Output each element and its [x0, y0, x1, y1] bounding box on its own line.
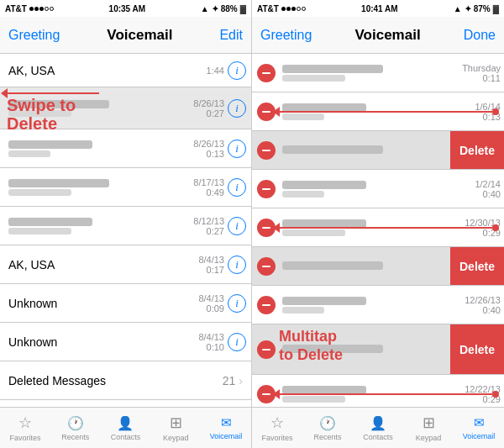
left-vm-list: AK, USA 1:44 i 8/26/13 0:27 i [0, 54, 251, 407]
r-voicemail-label: Voicemail [463, 432, 496, 440]
row-content: AK, USA 8/4/13 0:17 i [8, 255, 251, 275]
table-row[interactable]: Delete [252, 131, 504, 170]
sub-bar [8, 110, 71, 117]
caller-bar [282, 297, 366, 305]
table-row[interactable]: 1/6/14 0:13 [252, 92, 504, 131]
tab-favorites[interactable]: ☆ Favorites [0, 414, 50, 442]
table-row[interactable]: Thursday 0:11 [252, 54, 504, 92]
table-row[interactable]: Unknown 8/4/13 0:10 i [0, 323, 251, 361]
row-duration: 0:09 [207, 303, 224, 314]
table-row[interactable]: 1/2/14 0:40 [252, 170, 504, 208]
info-button[interactable]: i [228, 294, 246, 313]
caller-info [8, 218, 182, 235]
r-tab-recents[interactable]: 🕐 Recents [302, 415, 353, 441]
table-row[interactable]: 12/26/13 0:40 [252, 286, 504, 324]
table-row[interactable]: 8/12/13 0:27 i [0, 207, 251, 245]
info-button[interactable]: i [228, 61, 246, 80]
contacts-icon: 👤 [117, 415, 134, 431]
minus-button[interactable] [257, 340, 276, 359]
row-content: 8/26/13 0:13 i [8, 139, 251, 159]
minus-button[interactable] [257, 64, 276, 82]
info-button[interactable]: i [228, 333, 246, 351]
caller-info [8, 100, 182, 117]
row-meta: 12/30/13 0:29 [454, 218, 501, 238]
caller-bar [282, 261, 383, 270]
left-tab-bar: ☆ Favorites 🕐 Recents 👤 Contacts ⊞ Keypa… [0, 407, 251, 448]
favorites-label: Favorites [9, 434, 40, 442]
table-row[interactable]: Unknown 8/4/13 0:09 i [0, 284, 251, 323]
sub-bar [282, 191, 324, 198]
minus-button[interactable] [257, 296, 276, 314]
left-greeting-button[interactable]: Greeting [8, 28, 60, 43]
r-contacts-icon: 👤 [370, 415, 386, 431]
minus-button[interactable] [257, 385, 276, 403]
right-nav-bar: Greeting Voicemail Done [252, 17, 504, 54]
row-date: 1:44 [207, 66, 224, 76]
row-duration: 0:27 [207, 226, 224, 236]
info-button[interactable]: i [228, 256, 246, 274]
r-tab-voicemail[interactable]: ✉ Voicemail [454, 415, 504, 440]
deleted-messages-row[interactable]: Deleted Messages 21 › [0, 361, 251, 400]
row-content: Unknown 8/4/13 0:10 i [8, 332, 251, 352]
caller-bar [282, 145, 383, 154]
minus-button[interactable] [257, 257, 276, 276]
r-tab-contacts[interactable]: 👤 Contacts [353, 415, 403, 441]
sub-bar [282, 113, 324, 120]
right-battery-icon: ▓ [493, 4, 499, 13]
table-row[interactable]: 8/26/13 0:27 i Swipe to Delete [0, 87, 251, 129]
info-button[interactable]: i [228, 140, 246, 158]
row-date: 1/6/14 [475, 102, 501, 112]
minus-button[interactable] [257, 180, 276, 198]
sub-bar [8, 228, 71, 235]
row-date: 1/2/14 [475, 179, 501, 189]
r-signal-dot-2 [286, 7, 291, 11]
row-date: 8/4/13 [198, 332, 224, 342]
delete-button[interactable]: Delete [450, 247, 504, 285]
tab-keypad[interactable]: ⊞ Keypad [150, 414, 201, 442]
delete-button[interactable]: Delete [450, 324, 504, 374]
tab-recents[interactable]: 🕐 Recents [50, 415, 101, 441]
table-row[interactable]: 8/17/13 0:49 i [0, 168, 251, 207]
r-keypad-label: Keypad [416, 434, 442, 442]
minus-button[interactable] [257, 103, 276, 121]
row-date: 12/26/13 [465, 295, 501, 305]
row-date: 8/17/13 [193, 177, 224, 187]
signal-dot-2 [34, 7, 39, 11]
caller-bar [282, 103, 366, 112]
right-greeting-button[interactable]: Greeting [260, 28, 312, 43]
table-row[interactable]: 12/22/13 0:29 [252, 375, 504, 407]
table-row[interactable]: AK, USA 1:44 i [0, 54, 251, 87]
table-row[interactable]: Delete Multitap to Delete [252, 324, 504, 375]
row-content [282, 181, 454, 198]
r-tab-favorites[interactable]: ☆ Favorites [252, 414, 302, 442]
row-content: AK, USA 1:44 i [8, 61, 251, 80]
caller-bar [8, 179, 109, 187]
row-meta: 8/17/13 0:49 [182, 177, 224, 198]
deleted-messages-label: Deleted Messages [8, 374, 223, 387]
row-content: Unknown 8/4/13 0:09 i [8, 293, 251, 314]
caller-name: AK, USA [8, 258, 182, 271]
minus-button[interactable] [257, 141, 276, 160]
delete-button[interactable]: Delete [450, 131, 504, 169]
r-signal-dot-1 [281, 7, 286, 11]
row-date: 8/26/13 [193, 139, 224, 149]
info-button[interactable]: i [228, 178, 246, 197]
tab-voicemail[interactable]: ✉ Voicemail [201, 415, 251, 440]
table-row[interactable]: 12/30/13 0:29 [252, 208, 504, 247]
right-done-button[interactable]: Done [464, 28, 496, 43]
row-meta: 1/6/14 0:13 [454, 102, 501, 122]
row-duration: 0:10 [207, 342, 224, 352]
left-edit-button[interactable]: Edit [219, 28, 243, 43]
table-row[interactable]: Delete [252, 247, 504, 286]
tab-contacts[interactable]: 👤 Contacts [101, 415, 151, 441]
row-meta: 12/22/13 0:29 [454, 384, 501, 404]
right-bluetooth-icon: ✦ [465, 4, 471, 13]
info-button[interactable]: i [228, 217, 246, 235]
info-button[interactable]: i [228, 99, 246, 118]
row-duration: 0:40 [483, 305, 501, 315]
r-tab-keypad[interactable]: ⊞ Keypad [403, 414, 454, 442]
table-row[interactable]: AK, USA 8/4/13 0:17 i [0, 245, 251, 284]
table-row[interactable]: 8/26/13 0:13 i [0, 129, 251, 168]
minus-button[interactable] [257, 219, 276, 237]
r-signal-dot-5 [302, 7, 306, 11]
